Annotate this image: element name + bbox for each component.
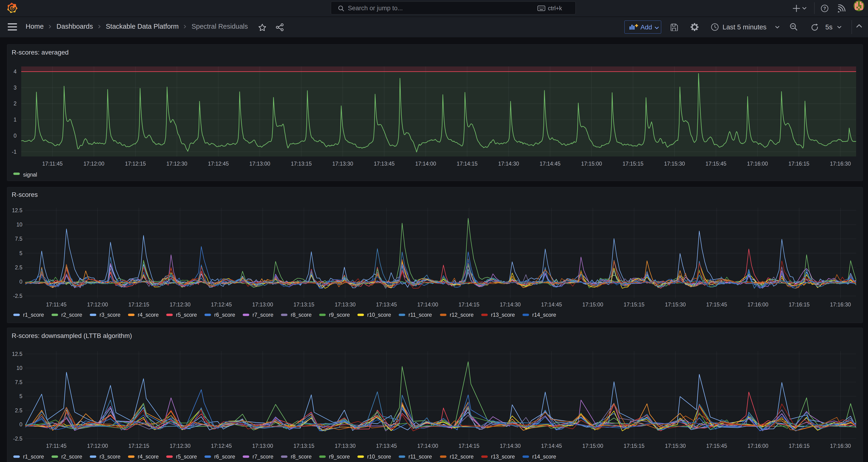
svg-text:17:14:00: 17:14:00 (417, 302, 438, 308)
svg-text:r7_score: r7_score (252, 454, 273, 460)
svg-text:r2_score: r2_score (61, 312, 82, 318)
svg-text:r9_score: r9_score (329, 454, 350, 460)
svg-text:17:15:45: 17:15:45 (706, 443, 727, 449)
svg-text:5: 5 (19, 250, 22, 256)
svg-text:r12_score: r12_score (450, 312, 473, 318)
svg-text:17:15:45: 17:15:45 (706, 161, 726, 167)
svg-text:7.5: 7.5 (15, 379, 22, 385)
svg-text:17:15:15: 17:15:15 (622, 161, 644, 167)
svg-text:17:13:15: 17:13:15 (293, 443, 314, 449)
svg-text:r8_score: r8_score (291, 454, 311, 460)
svg-text:17:13:15: 17:13:15 (291, 161, 312, 167)
svg-text:5: 5 (19, 393, 22, 399)
svg-text:r1_score: r1_score (23, 312, 44, 318)
svg-text:r13_score: r13_score (491, 312, 515, 318)
svg-text:17:14:15: 17:14:15 (459, 443, 479, 449)
svg-text:17:15:30: 17:15:30 (664, 161, 685, 167)
svg-text:-2.5: -2.5 (13, 293, 22, 299)
svg-text:12.5: 12.5 (12, 351, 22, 357)
svg-text:r6_score: r6_score (214, 312, 235, 318)
svg-text:17:13:00: 17:13:00 (249, 161, 271, 167)
svg-text:r4_score: r4_score (138, 454, 159, 460)
svg-text:0: 0 (13, 133, 17, 139)
svg-text:12.5: 12.5 (12, 207, 22, 213)
svg-text:17:12:00: 17:12:00 (87, 302, 108, 308)
svg-text:17:15:45: 17:15:45 (706, 302, 727, 308)
svg-text:17:12:00: 17:12:00 (84, 161, 104, 167)
svg-text:r5_score: r5_score (176, 312, 197, 318)
svg-text:r3_score: r3_score (99, 454, 120, 460)
svg-text:r11_score: r11_score (408, 312, 432, 318)
svg-text:17:15:30: 17:15:30 (665, 443, 686, 449)
svg-text:r10_score: r10_score (367, 312, 391, 318)
svg-text:17:14:15: 17:14:15 (459, 302, 479, 308)
svg-text:17:14:45: 17:14:45 (541, 302, 562, 308)
svg-text:17:11:45: 17:11:45 (46, 443, 66, 449)
svg-text:17:12:15: 17:12:15 (128, 302, 150, 308)
svg-text:signal: signal (23, 172, 37, 178)
svg-text:17:15:00: 17:15:00 (582, 302, 603, 308)
svg-text:17:12:00: 17:12:00 (87, 443, 108, 449)
svg-text:17:13:30: 17:13:30 (332, 161, 353, 167)
svg-text:17:14:45: 17:14:45 (540, 161, 561, 167)
svg-text:17:16:15: 17:16:15 (788, 161, 809, 167)
svg-text:17:12:15: 17:12:15 (128, 443, 150, 449)
svg-text:17:14:30: 17:14:30 (500, 443, 521, 449)
svg-text:17:14:00: 17:14:00 (415, 161, 436, 167)
svg-text:r12_score: r12_score (450, 454, 473, 460)
svg-text:10: 10 (16, 365, 22, 371)
svg-text:-1: -1 (12, 149, 17, 155)
svg-text:17:12:45: 17:12:45 (211, 302, 232, 308)
svg-text:r13_score: r13_score (491, 454, 515, 460)
svg-text:17:11:45: 17:11:45 (42, 161, 63, 167)
svg-text:r2_score: r2_score (61, 454, 82, 460)
svg-text:17:12:30: 17:12:30 (166, 161, 187, 167)
svg-text:R-scores: downsampled (LTTB al: R-scores: downsampled (LTTB algorithm) (12, 332, 132, 339)
svg-text:17:14:00: 17:14:00 (417, 443, 438, 449)
svg-text:17:12:15: 17:12:15 (125, 161, 146, 167)
svg-text:17:12:30: 17:12:30 (170, 302, 191, 308)
svg-text:r14_score: r14_score (532, 454, 556, 460)
svg-text:?: ? (823, 6, 826, 11)
svg-text:17:16:30: 17:16:30 (830, 443, 851, 449)
svg-text:r1_score: r1_score (23, 454, 44, 460)
svg-text:17:13:45: 17:13:45 (376, 443, 397, 449)
svg-text:17:16:00: 17:16:00 (747, 302, 769, 308)
svg-text:1: 1 (13, 117, 17, 123)
svg-text:17:16:30: 17:16:30 (830, 302, 851, 308)
svg-text:17:12:30: 17:12:30 (170, 443, 191, 449)
svg-text:17:12:45: 17:12:45 (208, 161, 229, 167)
svg-text:17:15:00: 17:15:00 (581, 161, 602, 167)
svg-text:2.5: 2.5 (15, 265, 22, 271)
svg-text:r14_score: r14_score (532, 312, 556, 318)
svg-text:3: 3 (13, 85, 17, 91)
svg-text:r7_score: r7_score (252, 312, 273, 318)
svg-text:r3_score: r3_score (99, 312, 120, 318)
svg-text:r8_score: r8_score (291, 312, 311, 318)
svg-text:0: 0 (19, 279, 22, 285)
svg-text:17:13:30: 17:13:30 (335, 443, 356, 449)
svg-text:17:13:00: 17:13:00 (252, 443, 273, 449)
svg-text:17:14:15: 17:14:15 (457, 161, 478, 167)
svg-text:r9_score: r9_score (329, 312, 350, 318)
svg-text:17:15:15: 17:15:15 (624, 443, 645, 449)
svg-text:17:16:00: 17:16:00 (747, 161, 768, 167)
svg-text:17:16:15: 17:16:15 (789, 443, 810, 449)
svg-text:17:11:45: 17:11:45 (46, 302, 66, 308)
svg-text:2: 2 (13, 100, 17, 106)
svg-text:17:13:45: 17:13:45 (374, 161, 395, 167)
svg-text:17:14:45: 17:14:45 (541, 443, 562, 449)
svg-text:r6_score: r6_score (214, 454, 235, 460)
svg-text:17:14:30: 17:14:30 (500, 302, 521, 308)
svg-text:17:15:15: 17:15:15 (624, 302, 645, 308)
svg-text:17:13:45: 17:13:45 (376, 302, 397, 308)
svg-text:R-scores: R-scores (12, 191, 38, 198)
svg-text:2.5: 2.5 (15, 407, 22, 413)
svg-text:17:16:00: 17:16:00 (747, 443, 769, 449)
svg-text:17:13:00: 17:13:00 (252, 302, 273, 308)
svg-text:4: 4 (13, 68, 17, 74)
svg-text:-2.5: -2.5 (13, 436, 22, 442)
svg-text:17:15:30: 17:15:30 (665, 302, 686, 308)
svg-text:17:16:15: 17:16:15 (789, 302, 810, 308)
svg-text:7.5: 7.5 (15, 236, 22, 242)
